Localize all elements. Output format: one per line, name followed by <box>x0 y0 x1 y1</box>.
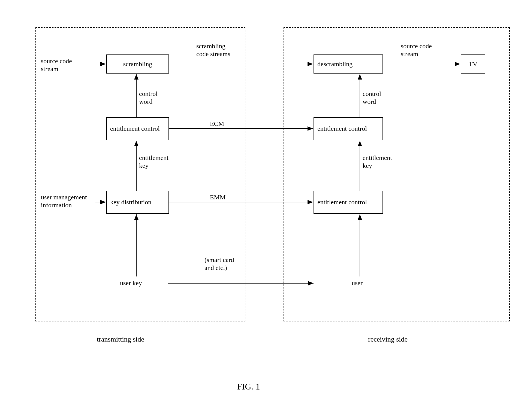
tv-box: TV <box>461 54 485 74</box>
user-label: user <box>352 279 363 287</box>
ecm-label: ECM <box>210 120 224 128</box>
diagram-canvas: source code stream scrambling control wo… <box>0 0 527 420</box>
user-management-info-label: user management information <box>41 193 87 209</box>
descrambling-box: descrambling <box>314 54 383 74</box>
control-word-rx-label: control word <box>363 90 381 106</box>
control-word-tx-label: control word <box>139 90 158 106</box>
source-code-stream-rx-label: source code stream <box>401 42 432 58</box>
user-key-label: user key <box>120 279 142 287</box>
scrambling-code-streams-label: scrambling code streams <box>196 42 230 58</box>
entitlement-control-rx-box-1: entitlement control <box>314 117 383 140</box>
key-distribution-box: key distribution <box>106 191 169 214</box>
entitlement-control-tx-box: entitlement control <box>106 117 169 140</box>
entitlement-key-tx-label: entitlement key <box>139 154 168 170</box>
scrambling-box: scrambling <box>106 54 169 74</box>
source-code-stream-tx-label: source code stream <box>41 57 72 73</box>
transmitting-side-label: transmitting side <box>97 335 144 343</box>
emm-label: EMM <box>210 193 225 201</box>
figure-label: FIG. 1 <box>237 381 260 392</box>
entitlement-key-rx-label: entitlement key <box>363 154 392 170</box>
receiving-side-label: receiving side <box>368 335 408 343</box>
smart-card-label: (smart card and etc.) <box>204 256 234 272</box>
entitlement-control-rx-box-2: entitlement control <box>314 191 383 214</box>
